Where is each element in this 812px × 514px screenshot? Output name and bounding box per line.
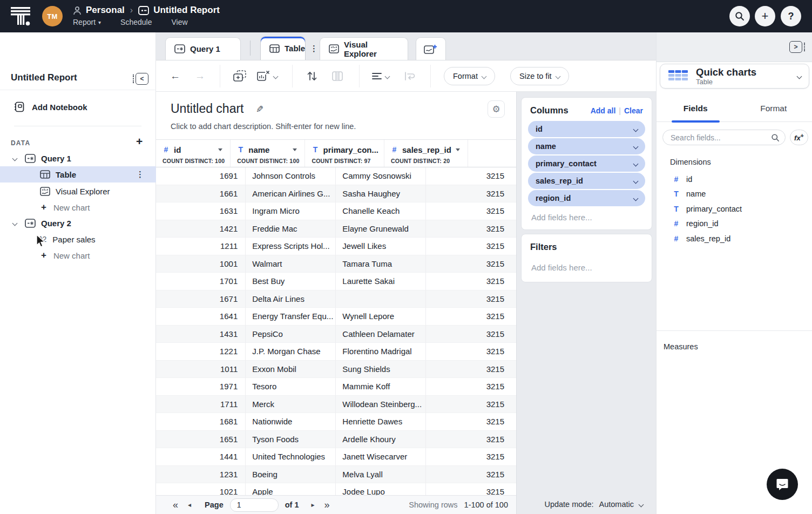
collapse-right-panel-button[interactable]: > [789,41,805,53]
search-fields-input[interactable] [671,133,771,142]
breadcrumb-workspace[interactable]: Personal [86,5,125,16]
table-cell-sales-rep-id[interactable]: 3215 [426,431,517,449]
quick-charts-selector[interactable]: Quick charts Table [660,64,809,89]
table-cell-primary-contact[interactable]: Cammy Sosnowski [336,167,426,185]
table-cell-name[interactable]: Delta Air Lines [246,290,336,308]
table-cell-sales-rep-id[interactable]: 3215 [426,326,517,343]
table-cell-sales-rep-id[interactable]: 3215 [426,220,517,238]
table-cell-id[interactable]: 1631 [156,202,246,220]
redo-button[interactable]: → [195,70,205,83]
alignment-button[interactable] [372,70,389,83]
table-cell-id[interactable]: 1681 [156,413,246,431]
sidebar-item-new-chart-query2[interactable]: + New chart [0,247,156,263]
last-page-button[interactable]: » [320,499,335,511]
chevron-down-icon[interactable] [633,161,639,166]
column-pill[interactable]: name [528,138,645,154]
table-cell-sales-rep-id[interactable]: 3215 [426,238,517,255]
add-all-link[interactable]: Add all [591,106,616,115]
table-cell-name[interactable]: Johnson Controls [246,167,336,185]
sidebar-item-visual-explorer[interactable]: Visual Explorer [0,183,156,199]
table-cell-id[interactable]: 1671 [156,290,246,308]
column-header[interactable]: # sales_rep_id COUNT DISTINCT: 20 [384,140,468,167]
table-cell-sales-rep-id[interactable]: 3215 [426,396,517,414]
tab-table[interactable]: Table ⋮ [260,36,306,60]
chevron-down-icon[interactable] [633,178,639,184]
column-pill[interactable]: region_id [528,190,645,206]
column-pill[interactable]: id [528,121,645,137]
edit-pencil-icon[interactable]: ✎ [256,104,263,115]
sidebar-item-new-chart-query1[interactable]: + New chart [0,199,156,215]
filters-add-fields-placeholder[interactable]: Add fields here... [528,258,645,273]
help-button[interactable]: ? [781,6,801,26]
sidebar-item-query1[interactable]: Query 1 [0,150,156,166]
column-pill[interactable]: sales_rep_id [528,173,645,189]
duplicate-chart-button[interactable] [233,70,247,83]
table-cell-id[interactable]: 1231 [156,466,246,484]
wrap-text-button[interactable] [404,70,415,83]
table-cell-name[interactable]: Tesoro [246,378,336,396]
update-mode-control[interactable]: Update mode: Automatic [544,500,643,509]
table-cell-primary-contact[interactable]: Sasha Haughey [336,185,426,203]
table-cell-primary-contact[interactable]: Mammie Koff [336,378,426,396]
table-cell-id[interactable]: 1211 [156,238,246,255]
table-cell-id[interactable]: 1701 [156,273,246,290]
table-cell-primary-contact[interactable]: Tamara Tuma [336,255,426,273]
caret-down-icon[interactable] [456,148,460,151]
tab-visual-explorer[interactable]: Visual Explorer [320,37,408,60]
table-cell-name[interactable]: Exxon Mobil [246,361,336,378]
table-cell-id[interactable]: 1011 [156,361,246,378]
table-cell-name[interactable]: Best Buy [246,273,336,290]
menu-view[interactable]: View [171,18,187,26]
table-cell-primary-contact[interactable]: Jewell Likes [336,238,426,255]
column-header[interactable]: T name COUNT DISTINCT: 100 [231,140,305,167]
avatar[interactable]: TM [42,6,63,26]
table-cell-primary-contact[interactable]: Willodean Steinberg... [336,396,426,414]
table-cell-sales-rep-id[interactable]: 3215 [426,378,517,396]
kebab-menu-icon[interactable]: ⋮ [310,44,318,53]
chevron-down-icon[interactable] [633,144,639,149]
sidebar-item-paper-sales[interactable]: ^2 Paper sales [0,231,156,247]
table-cell-primary-contact[interactable]: Cathleen Delamater [336,326,426,343]
undo-button[interactable]: ← [170,70,180,83]
page-input[interactable] [230,498,279,512]
chart-description-placeholder[interactable]: Click to add chart description. Shift-en… [171,122,356,131]
table-cell-sales-rep-id[interactable]: 3215 [426,185,517,203]
caret-down-icon[interactable] [218,148,222,151]
table-cell-primary-contact[interactable] [336,290,426,308]
table-cell-sales-rep-id[interactable]: 3215 [426,343,517,361]
table-cell-primary-contact[interactable]: Laurette Sakai [336,273,426,290]
table-cell-name[interactable]: Ingram Micro [246,202,336,220]
dimension-item[interactable]: T primary_contact [673,201,802,217]
table-cell-name[interactable]: Freddie Mac [246,220,336,238]
chart-settings-button[interactable]: ⚙ [488,100,505,118]
table-cell-id[interactable]: 1711 [156,396,246,414]
table-cell-id[interactable]: 1641 [156,308,246,326]
chevron-down-icon[interactable] [633,126,639,132]
table-cell-primary-contact[interactable]: Elayne Grunewald [336,220,426,238]
chart-title[interactable]: Untitled chart [171,102,244,116]
table-cell-name[interactable]: J.P. Morgan Chase [246,343,336,361]
tab-format[interactable]: Format [735,96,812,121]
table-cell-id[interactable]: 1221 [156,343,246,361]
table-cell-id[interactable]: 1441 [156,448,246,466]
table-cell-sales-rep-id[interactable]: 3215 [426,413,517,431]
dimension-item[interactable]: # region_id [673,217,802,232]
dimension-item[interactable]: # sales_rep_id [673,231,802,246]
dimension-item[interactable]: # id [673,172,802,187]
format-button[interactable]: Format [444,67,495,85]
add-button[interactable]: + [755,6,775,26]
breadcrumb-report-title[interactable]: Untitled Report [153,5,220,16]
table-cell-name[interactable]: Energy Transfer Equ... [246,308,336,326]
kebab-menu-icon[interactable]: ⋮ [136,170,144,179]
column-header[interactable]: T primary_con... COUNT DISTINCT: 97 [305,140,384,167]
table-cell-id[interactable]: 1001 [156,255,246,273]
sidebar-item-query2[interactable]: Query 2 [0,215,156,231]
dimension-item[interactable]: T name [673,187,802,202]
column-header[interactable]: # id COUNT DISTINCT: 100 [156,140,231,167]
remove-chart-button[interactable] [256,70,278,83]
sort-button[interactable] [306,70,318,83]
table-cell-id[interactable]: 1691 [156,167,246,185]
clear-link[interactable]: Clear [624,106,643,115]
caret-down-icon[interactable] [293,148,297,151]
table-cell-sales-rep-id[interactable]: 3215 [426,361,517,378]
